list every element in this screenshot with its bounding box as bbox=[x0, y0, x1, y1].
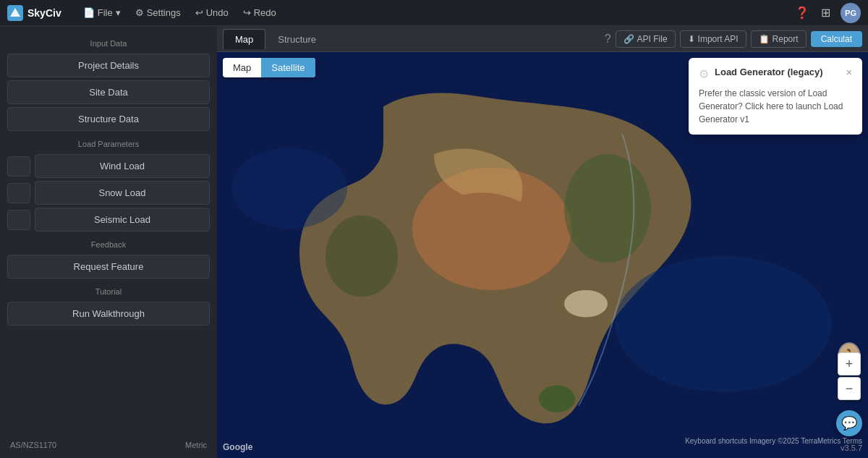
help-button[interactable]: ❓ bbox=[789, 6, 815, 20]
seismic-load-checkbox[interactable] bbox=[7, 210, 30, 230]
nav-undo-label: Undo bbox=[206, 7, 229, 18]
tab-map[interactable]: Map bbox=[223, 29, 265, 49]
footer-unit: Metric bbox=[185, 441, 207, 449]
grid-button[interactable]: ⊞ bbox=[815, 6, 836, 20]
snow-load-button[interactable]: Snow Load bbox=[35, 181, 210, 205]
footer-standard: AS/NZS1170 bbox=[10, 441, 56, 449]
user-avatar[interactable]: PG bbox=[841, 3, 861, 23]
logo-icon bbox=[7, 5, 23, 21]
tab-structure[interactable]: Structure bbox=[265, 29, 328, 49]
svg-point-6 bbox=[539, 385, 575, 412]
map-type-switcher: Map Satellite bbox=[223, 58, 315, 77]
tab-bar: Map Structure ? 🔗 API File ⬇ Import API … bbox=[217, 26, 868, 52]
undo-icon: ↩ bbox=[195, 7, 203, 18]
api-file-button[interactable]: 🔗 API File bbox=[616, 30, 676, 48]
popup-body: Prefer the classic version of Load Gener… bbox=[699, 87, 852, 126]
file-doc-icon: 📄 bbox=[83, 7, 95, 18]
popup-gear-icon: ⚙ bbox=[699, 67, 709, 81]
settings-icon: ⚙ bbox=[135, 7, 144, 18]
tab-help-button[interactable]: ? bbox=[600, 33, 616, 46]
seismic-load-row: Seismic Load bbox=[7, 208, 210, 232]
map-footer-text: Keyboard shortcuts Imagery ©2025 TerraMe… bbox=[685, 437, 862, 445]
main-content: Input Data Project Details Site Data Str… bbox=[0, 26, 868, 458]
input-data-label: Input Data bbox=[7, 39, 210, 48]
zoom-out-button[interactable]: − bbox=[838, 377, 861, 400]
import-icon: ⬇ bbox=[688, 34, 695, 44]
api-file-icon: 🔗 bbox=[624, 34, 634, 44]
logo[interactable]: SkyCiv bbox=[7, 5, 61, 21]
map-type-map[interactable]: Map bbox=[223, 58, 261, 77]
popup-close-button[interactable]: × bbox=[846, 67, 852, 78]
wind-load-row: Wind Load bbox=[7, 154, 210, 178]
nav-file-chevron: ▾ bbox=[116, 7, 121, 18]
import-api-label: Import API bbox=[698, 34, 739, 44]
report-button[interactable]: 📋 Report bbox=[751, 30, 807, 48]
nav-undo[interactable]: ↩ Undo bbox=[188, 7, 236, 18]
sidebar-footer: AS/NZS1170 Metric bbox=[7, 435, 210, 451]
redo-icon: ↪ bbox=[243, 7, 251, 18]
version-badge: v3.5.7 bbox=[841, 444, 862, 452]
nav-file-label: File bbox=[98, 7, 113, 18]
site-data-button[interactable]: Site Data bbox=[7, 80, 210, 104]
popup-title: Load Generator (legacy) bbox=[715, 67, 841, 77]
logo-text: SkyCiv bbox=[27, 7, 61, 19]
nav-redo-label: Redo bbox=[254, 7, 276, 18]
sidebar: Input Data Project Details Site Data Str… bbox=[0, 26, 217, 458]
map-container[interactable]: Map Satellite 🚶 + − Google Keyboard shor… bbox=[217, 52, 868, 458]
wind-load-button[interactable]: Wind Load bbox=[35, 154, 210, 178]
popup-header: ⚙ Load Generator (legacy) × bbox=[699, 67, 852, 81]
svg-point-4 bbox=[326, 216, 398, 297]
run-walkthrough-button[interactable]: Run Walkthrough bbox=[7, 302, 210, 326]
report-label: Report bbox=[773, 34, 799, 44]
top-nav: SkyCiv 📄 File ▾ ⚙ Settings ↩ Undo ↪ Redo… bbox=[0, 0, 868, 26]
calculate-button[interactable]: Calculat bbox=[811, 31, 862, 47]
wind-load-checkbox[interactable] bbox=[7, 156, 30, 177]
import-api-button[interactable]: ⬇ Import API bbox=[680, 30, 746, 48]
report-icon: 📋 bbox=[759, 34, 770, 44]
api-file-label: API File bbox=[637, 34, 668, 44]
svg-point-3 bbox=[564, 154, 651, 263]
svg-point-7 bbox=[615, 256, 832, 392]
map-type-satellite[interactable]: Satellite bbox=[261, 58, 315, 77]
zoom-in-button[interactable]: + bbox=[838, 352, 861, 376]
svg-point-8 bbox=[231, 148, 347, 229]
request-feature-button[interactable]: Request Feature bbox=[7, 255, 210, 279]
load-generator-popup: ⚙ Load Generator (legacy) × Prefer the c… bbox=[689, 58, 862, 135]
nav-settings-label: Settings bbox=[147, 7, 181, 18]
popup-body-text: Prefer the classic version of Load Gener… bbox=[699, 88, 843, 124]
tab-action-buttons: 🔗 API File ⬇ Import API 📋 Report Calcula… bbox=[616, 30, 862, 48]
tutorial-label: Tutorial bbox=[7, 287, 210, 296]
nav-settings[interactable]: ⚙ Settings bbox=[128, 7, 188, 18]
nav-file[interactable]: 📄 File ▾ bbox=[76, 7, 128, 18]
zoom-controls: + − bbox=[838, 352, 861, 400]
chat-button[interactable]: 💬 bbox=[836, 410, 862, 436]
nav-redo[interactable]: ↪ Redo bbox=[236, 7, 284, 18]
project-details-button[interactable]: Project Details bbox=[7, 54, 210, 77]
seismic-load-button[interactable]: Seismic Load bbox=[35, 208, 210, 232]
svg-point-5 bbox=[564, 290, 608, 318]
svg-marker-0 bbox=[10, 8, 20, 17]
snow-load-checkbox[interactable] bbox=[7, 183, 30, 203]
map-area: Map Structure ? 🔗 API File ⬇ Import API … bbox=[217, 26, 868, 458]
structure-data-button[interactable]: Structure Data bbox=[7, 107, 210, 131]
google-logo: Google bbox=[223, 442, 252, 452]
feedback-label: Feedback bbox=[7, 240, 210, 249]
load-parameters-label: Load Parameters bbox=[7, 140, 210, 148]
snow-load-row: Snow Load bbox=[7, 181, 210, 205]
